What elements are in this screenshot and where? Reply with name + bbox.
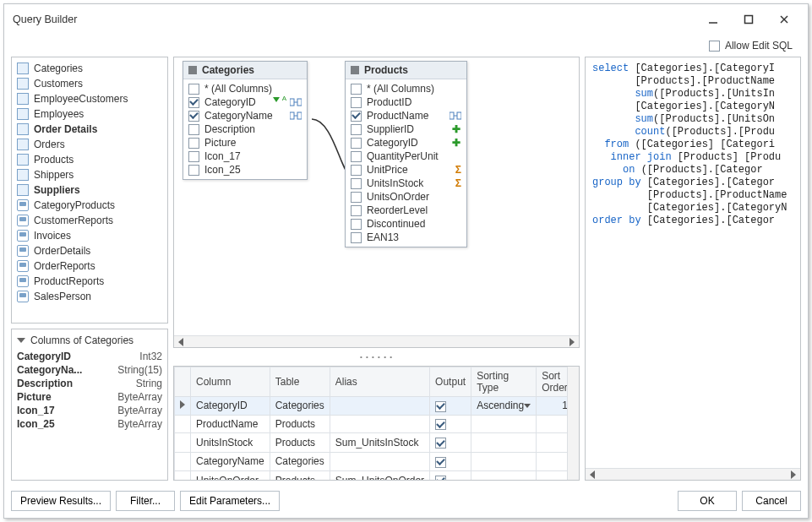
schema-row[interactable]: CategoryIDInt32 xyxy=(17,350,162,363)
table-list-panel[interactable]: CategoriesCustomersEmployeeCustomersEmpl… xyxy=(11,57,168,324)
cell-output[interactable] xyxy=(430,453,471,471)
cell-column[interactable]: ProductName xyxy=(191,415,270,433)
diagram-column[interactable]: Icon_25 xyxy=(187,163,303,177)
cell-sorting-type[interactable]: Ascending xyxy=(471,397,537,416)
cell-sort-order[interactable] xyxy=(537,470,567,480)
schema-row[interactable]: PictureByteArray xyxy=(17,390,162,404)
cell-sorting-type[interactable] xyxy=(471,415,537,433)
diagram-column[interactable]: SupplierID✚ xyxy=(349,122,463,136)
column-checkbox[interactable] xyxy=(351,178,362,189)
cell-table[interactable]: Products xyxy=(270,433,330,453)
schema-row[interactable]: DescriptionString xyxy=(17,377,162,390)
cell-column[interactable]: UnitsInStock xyxy=(191,433,270,453)
table-list-item[interactable]: Shippers xyxy=(12,167,167,182)
table-list-item[interactable]: Employees xyxy=(12,106,167,122)
diagram-column[interactable]: CategoryID✚ xyxy=(349,136,463,150)
columns-grid-vscroll[interactable] xyxy=(567,367,579,480)
cell-alias[interactable] xyxy=(330,415,429,433)
col-header-column[interactable]: Column xyxy=(191,367,270,397)
diagram-hscroll[interactable] xyxy=(174,335,579,347)
column-checkbox[interactable] xyxy=(351,151,362,162)
diagram-column[interactable]: ProductID xyxy=(349,95,463,109)
diagram-column[interactable]: EAN13 xyxy=(349,231,463,244)
grid-checkbox[interactable] xyxy=(435,419,446,430)
cell-column[interactable]: UnitsOnOrder xyxy=(191,470,270,480)
col-header-alias[interactable]: Alias xyxy=(330,367,429,397)
scroll-right-icon[interactable] xyxy=(567,338,577,346)
diagram-panel[interactable]: Categories * (All Columns)CategoryIDCate… xyxy=(173,57,580,348)
table-list-item[interactable]: Invoices xyxy=(12,228,167,243)
cell-output[interactable] xyxy=(430,415,471,433)
col-header-sort-order[interactable]: Sort Order xyxy=(537,367,567,397)
column-checkbox[interactable] xyxy=(351,111,362,122)
grid-checkbox[interactable] xyxy=(435,457,446,468)
column-checkbox[interactable] xyxy=(188,151,199,162)
diagram-column[interactable]: UnitsOnOrder xyxy=(349,190,463,204)
table-list-item[interactable]: SalesPerson xyxy=(12,289,167,304)
columns-grid[interactable]: Column Table Alias Output Sorting Type S… xyxy=(174,367,567,480)
diagram-column[interactable]: Discontinued xyxy=(349,217,463,231)
cell-table[interactable]: Categories xyxy=(270,453,330,471)
cell-output[interactable] xyxy=(430,433,471,453)
grid-row[interactable]: CategoryID Categories Ascending 1 xyxy=(175,397,568,416)
column-checkbox[interactable] xyxy=(351,192,362,203)
cell-alias[interactable]: Sum_UnitsInStock xyxy=(330,433,429,453)
column-checkbox[interactable] xyxy=(351,205,362,216)
grid-row[interactable]: ProductName Products xyxy=(175,415,568,433)
column-checkbox[interactable] xyxy=(351,124,362,135)
cell-output[interactable] xyxy=(430,470,471,480)
edit-parameters-button[interactable]: Edit Parameters... xyxy=(180,491,280,511)
grid-row[interactable]: UnitsInStock Products Sum_UnitsInStock S… xyxy=(175,433,568,453)
sql-hscroll[interactable] xyxy=(586,468,800,480)
scroll-right-icon[interactable] xyxy=(788,470,798,479)
minimize-button[interactable] xyxy=(698,9,728,30)
filter-button[interactable]: Filter... xyxy=(116,491,175,511)
cell-column[interactable]: CategoryName xyxy=(191,453,270,471)
column-checkbox[interactable] xyxy=(351,138,362,149)
cell-sort-order[interactable]: 1 xyxy=(537,397,567,416)
table-list-item[interactable]: OrderDetails xyxy=(12,243,167,258)
table-list-item[interactable]: Customers xyxy=(12,76,167,91)
diagram-column[interactable]: UnitsInStockΣ xyxy=(349,177,463,190)
splitter-horizontal[interactable]: • • • • • • xyxy=(173,353,580,361)
diagram-table-products[interactable]: Products * (All Columns)ProductIDProduct… xyxy=(345,61,467,247)
grid-checkbox[interactable] xyxy=(435,476,446,480)
chevron-down-icon[interactable] xyxy=(524,404,531,408)
table-list-item[interactable]: Orders xyxy=(12,137,167,152)
grid-checkbox[interactable] xyxy=(435,438,446,449)
cell-sorting-type[interactable] xyxy=(471,470,537,480)
diagram-column[interactable]: CategoryName xyxy=(187,109,303,122)
diagram-canvas[interactable]: Categories * (All Columns)CategoryIDCate… xyxy=(174,57,579,347)
column-checkbox[interactable] xyxy=(351,97,362,108)
cell-table[interactable]: Categories xyxy=(270,397,330,416)
diagram-column[interactable]: QuantityPerUnit xyxy=(349,150,463,163)
cell-output[interactable] xyxy=(430,397,471,416)
table-list-item[interactable]: OrderReports xyxy=(12,258,167,274)
schema-panel-header[interactable]: Columns of Categories xyxy=(17,333,162,350)
col-header-sorting-type[interactable]: Sorting Type xyxy=(471,367,537,397)
schema-row[interactable]: CategoryNa...String(15) xyxy=(17,363,162,377)
column-checkbox[interactable] xyxy=(188,138,199,149)
diagram-column[interactable]: Picture xyxy=(187,136,303,150)
column-checkbox[interactable] xyxy=(188,97,199,108)
col-header-table[interactable]: Table xyxy=(270,367,330,397)
diagram-column[interactable]: ReorderLevel xyxy=(349,204,463,217)
cell-alias[interactable] xyxy=(330,397,429,416)
column-checkbox[interactable] xyxy=(188,165,199,176)
cell-sort-order[interactable] xyxy=(537,415,567,433)
column-checkbox[interactable] xyxy=(351,165,362,176)
scroll-left-icon[interactable] xyxy=(587,470,597,479)
schema-row[interactable]: Icon_17ByteArray xyxy=(17,404,162,417)
table-list-item[interactable]: CustomerReports xyxy=(12,213,167,228)
diagram-column[interactable]: Icon_17 xyxy=(187,150,303,163)
cell-table[interactable]: Products xyxy=(270,415,330,433)
table-list-item[interactable]: Order Details xyxy=(12,122,167,137)
cell-alias[interactable] xyxy=(330,453,429,471)
column-checkbox[interactable] xyxy=(351,219,362,230)
maximize-button[interactable] xyxy=(733,9,764,30)
scroll-left-icon[interactable] xyxy=(176,338,186,346)
grid-row[interactable]: UnitsOnOrder Products Sum_UnitsOnOrder S… xyxy=(175,470,568,480)
column-checkbox[interactable] xyxy=(188,124,199,135)
grid-checkbox[interactable] xyxy=(435,401,446,412)
cell-table[interactable]: Products xyxy=(270,470,330,480)
